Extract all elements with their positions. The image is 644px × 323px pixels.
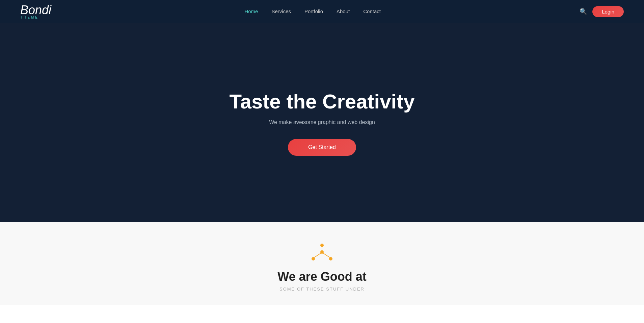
hero-content: Taste the Creativity We make awesome gra… bbox=[229, 90, 414, 156]
nav-item-portfolio[interactable]: Portfolio bbox=[304, 8, 323, 15]
logo-text: Bondi bbox=[20, 4, 51, 16]
hero-section: Taste the Creativity We make awesome gra… bbox=[0, 23, 644, 222]
nav-link-contact[interactable]: Contact bbox=[363, 8, 381, 14]
nav-link-home[interactable]: Home bbox=[244, 8, 258, 14]
skills-section: We are Good at SOME OF THESE STUFF UNDER bbox=[0, 222, 644, 305]
nav-links: Home Services Portfolio About Contact bbox=[244, 8, 380, 15]
logo-sub: THEME bbox=[20, 16, 39, 19]
network-icon bbox=[308, 243, 336, 263]
nav-link-services[interactable]: Services bbox=[271, 8, 291, 14]
svg-line-6 bbox=[323, 253, 330, 257]
section-subtitle: SOME OF THESE STUFF UNDER bbox=[279, 287, 365, 292]
svg-line-5 bbox=[314, 253, 321, 257]
nav-item-services[interactable]: Services bbox=[271, 8, 291, 15]
nav-item-home[interactable]: Home bbox=[244, 8, 258, 15]
login-button[interactable]: Login bbox=[592, 6, 624, 17]
nav-link-about[interactable]: About bbox=[337, 8, 350, 14]
navbar: Bondi THEME Home Services Portfolio Abou… bbox=[0, 0, 644, 23]
search-icon[interactable]: 🔍 bbox=[580, 8, 587, 15]
hero-title: Taste the Creativity bbox=[229, 90, 414, 114]
nav-item-about[interactable]: About bbox=[337, 8, 350, 15]
svg-point-1 bbox=[320, 244, 324, 247]
get-started-button[interactable]: Get Started bbox=[288, 139, 356, 156]
nav-divider bbox=[574, 7, 574, 16]
section-title: We are Good at bbox=[277, 270, 366, 284]
hero-subtitle: We make awesome graphic and web design bbox=[269, 119, 375, 125]
logo: Bondi THEME bbox=[20, 4, 51, 19]
nav-link-portfolio[interactable]: Portfolio bbox=[304, 8, 323, 14]
nav-item-contact[interactable]: Contact bbox=[363, 8, 381, 15]
nav-right: 🔍 Login bbox=[574, 6, 624, 17]
